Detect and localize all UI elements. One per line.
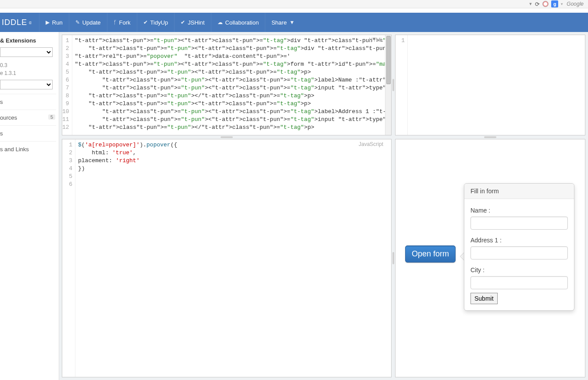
sidebar-row-1[interactable]: s <box>0 94 56 110</box>
resources-count-badge: 5 <box>48 114 55 120</box>
topbar: IDDLE α ▶ Run ✎ Update ᚶ Fork ✔ TidyUp ✔… <box>0 13 588 32</box>
sidebar-row-3[interactable]: s <box>0 125 56 141</box>
jshint-button[interactable]: ✔ JSHint <box>174 13 210 32</box>
js-panel-label: JavaScript <box>359 141 383 147</box>
panels-grid: HTML 123456789101112 "t-attr">class"t-pu… <box>59 32 588 380</box>
framework-select-2[interactable] <box>0 80 53 89</box>
share-button[interactable]: Share ▼ <box>265 13 301 32</box>
fork-label: Fork <box>119 19 131 26</box>
sidebar-row-resources[interactable]: ources 5 <box>0 110 56 125</box>
row-splitter-right[interactable] <box>395 135 585 139</box>
logo-text: IDDLE <box>2 18 27 27</box>
google-badge-icon[interactable]: g <box>551 0 558 7</box>
js-panel[interactable]: JavaScript 123456 $('a[rel=popover]').po… <box>62 139 392 377</box>
city-label: City : <box>470 266 568 273</box>
css-panel[interactable]: 1 <box>395 35 585 135</box>
cloud-icon: ☁ <box>217 19 223 25</box>
browser-chrome: ▼ ⟳ g ▾ Google <box>0 0 588 8</box>
sidebar-heading: & Extensions <box>0 36 56 47</box>
fork-icon: ᚶ <box>114 19 117 25</box>
logo-suffix: α <box>29 20 32 25</box>
html-line-numbers: 123456789101112 <box>62 35 72 135</box>
html-panel-label: HTML <box>369 37 383 43</box>
tidyup-label: TidyUp <box>150 19 168 26</box>
css-editor[interactable]: 1 <box>396 35 585 135</box>
html-scrollbar[interactable] <box>385 35 391 135</box>
popover-arrow-icon <box>460 252 464 260</box>
submit-button[interactable]: Submit <box>470 293 498 304</box>
play-icon: ▶ <box>46 19 50 25</box>
noscript-icon[interactable] <box>542 1 549 7</box>
jshint-label: JSHint <box>188 19 204 26</box>
chevron-down-icon: ▼ <box>289 19 295 25</box>
sidebar: & Extensions 0.3 e 1.3.1 s ources 5 s s … <box>0 32 59 380</box>
sidebar-row-links[interactable]: s and Links <box>0 141 56 157</box>
run-label: Run <box>52 19 63 26</box>
pencil-icon: ✎ <box>75 19 80 25</box>
popover-body: Name : Address 1 : City : Submit <box>464 199 574 310</box>
css-code[interactable] <box>408 35 585 135</box>
collaboration-label: Collaboration <box>225 19 259 26</box>
check-icon: ✔ <box>143 19 148 25</box>
search-sep: ▾ <box>561 2 563 6</box>
html-editor[interactable]: 123456789101112 "t-attr">class"t-pun">="… <box>62 35 391 135</box>
tidyup-button[interactable]: ✔ TidyUp <box>137 13 175 32</box>
css-line-numbers: 1 <box>396 35 408 135</box>
logo[interactable]: IDDLE α <box>0 13 39 32</box>
workspace: & Extensions 0.3 e 1.3.1 s ources 5 s s … <box>0 32 588 380</box>
html-code[interactable]: "t-attr">class"t-pun">="t-pun"><"t-attr"… <box>72 35 391 135</box>
city-input[interactable] <box>470 276 568 289</box>
run-button[interactable]: ▶ Run <box>39 13 69 32</box>
update-label: Update <box>82 19 101 26</box>
collaboration-button[interactable]: ☁ Collaboration <box>211 13 265 32</box>
reload-icon[interactable]: ⟳ <box>535 1 540 7</box>
share-label: Share <box>271 19 287 26</box>
address-input[interactable] <box>470 246 568 259</box>
js-line-numbers: 123456 <box>62 139 75 377</box>
spacer <box>0 8 588 13</box>
fork-button[interactable]: ᚶ Fork <box>107 13 137 32</box>
dropdown-icon[interactable]: ▼ <box>528 2 532 6</box>
open-form-button[interactable]: Open form <box>405 245 456 263</box>
search-engine-label[interactable]: Google <box>567 1 584 7</box>
column-splitter[interactable] <box>392 35 395 135</box>
center-cross[interactable] <box>392 135 395 139</box>
framework-option-1: 0.3 <box>0 61 56 69</box>
update-button[interactable]: ✎ Update <box>69 13 107 32</box>
js-code[interactable]: $('a[rel=popover]').popover({ html: 'tru… <box>75 139 391 377</box>
name-label: Name : <box>470 207 568 214</box>
column-splitter-lower[interactable] <box>392 139 395 377</box>
popover: Fill in form Name : Address 1 : City : S… <box>464 183 574 311</box>
framework-option-2: e 1.3.1 <box>0 69 56 77</box>
html-panel[interactable]: HTML 123456789101112 "t-attr">class"t-pu… <box>62 35 392 135</box>
name-input[interactable] <box>470 217 568 230</box>
check-icon: ✔ <box>181 19 185 25</box>
popover-title: Fill in form <box>464 184 574 199</box>
framework-select-1[interactable] <box>0 47 53 57</box>
address-label: Address 1 : <box>470 237 568 244</box>
row-splitter-left[interactable] <box>62 135 392 139</box>
js-editor[interactable]: 123456 $('a[rel=popover]').popover({ htm… <box>62 139 391 377</box>
result-panel: Open form Fill in form Name : Address 1 … <box>395 139 585 377</box>
